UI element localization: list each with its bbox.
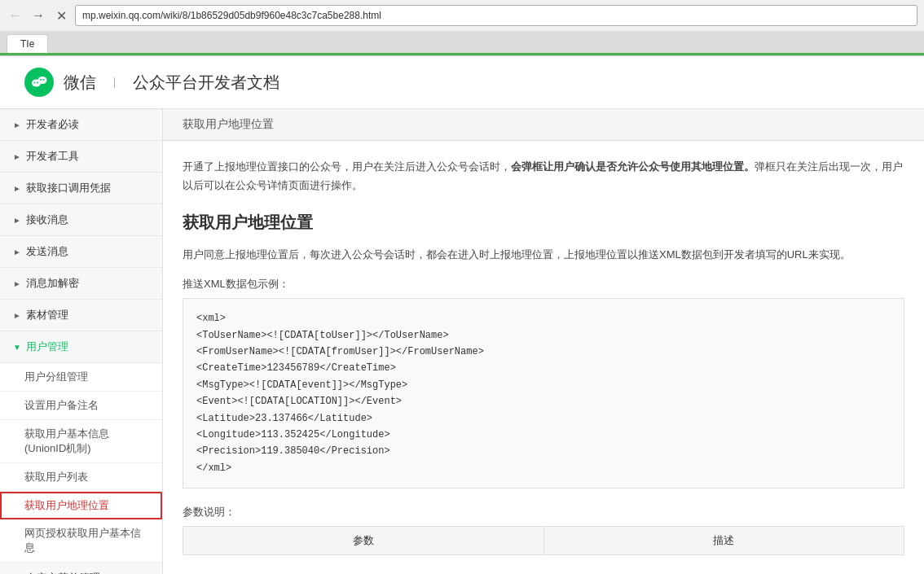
sidebar-sub-user-group[interactable]: 用户分组管理 [0,363,162,392]
header-divider: ｜ [109,75,120,90]
sidebar-item-label: 消息加解密 [26,276,79,291]
sidebar-sub-user-info[interactable]: 获取用户基本信息(UnionID机制) [0,420,162,463]
code-line: <Precision>119.385040</Precision> [196,443,891,459]
sidebar-item-label: 自定义菜单管理 [26,571,100,574]
svg-point-3 [38,77,47,84]
content-header: 获取用户地理位置 [163,109,924,141]
sidebar-sub-user-oauth[interactable]: 网页授权获取用户基本信息 [0,519,162,563]
sidebar-sub-user-remark[interactable]: 设置用户备注名 [0,392,162,420]
sidebar-sub-user-location[interactable]: 获取用户地理位置 [0,492,162,519]
svg-point-1 [34,82,36,84]
arrow-icon: ► [13,216,21,225]
breadcrumb: 获取用户地理位置 [183,117,274,130]
sidebar-item-label: 发送消息 [26,244,68,259]
sidebar-item-custom-menu[interactable]: ► 自定义菜单管理 [0,563,162,574]
push-label: 推送XML数据包示例： [183,277,904,291]
address-bar[interactable] [75,5,917,26]
code-block: <xml> <ToUserName><![CDATA[toUser]]></To… [183,298,904,489]
content-area: 获取用户地理位置 开通了上报地理位置接口的公众号，用户在关注后进入公众号会话时，… [163,109,924,574]
sidebar-item-developer-read[interactable]: ► 开发者必读 [0,109,162,141]
sidebar-item-label: 开发者必读 [26,117,79,132]
wechat-logo [24,68,54,97]
browser-tab[interactable]: TIe [7,34,48,53]
sidebar-sub-menu: 用户分组管理 设置用户备注名 获取用户基本信息(UnionID机制) 获取用户列… [0,363,162,563]
sidebar-item-label: 开发者工具 [26,149,79,164]
svg-point-4 [40,79,42,81]
section-description: 用户同意上报地理位置后，每次进入公众号会话时，都会在进入时上报地理位置，上报地理… [183,245,904,264]
code-line: <CreateTime>123456789</CreateTime> [196,360,891,376]
green-line [0,53,924,55]
arrow-icon: ► [13,279,21,288]
sidebar-item-label: 接收消息 [26,213,68,227]
params-label: 参数说明： [183,505,904,519]
svg-point-2 [37,82,38,84]
code-line: </xml> [196,460,891,476]
back-button[interactable]: ← [7,7,24,24]
sidebar-item-label: 素材管理 [26,308,68,322]
arrow-icon: ► [13,120,21,129]
tab-bar: TIe [0,31,924,53]
sidebar-item-encrypt[interactable]: ► 消息加解密 [0,268,162,300]
sidebar-item-receive-msg[interactable]: ► 接收消息 [0,204,162,236]
sidebar-item-get-credential[interactable]: ► 获取接口调用凭据 [0,173,162,204]
arrow-icon: ► [13,152,21,161]
intro-paragraph: 开通了上报地理位置接口的公众号，用户在关注后进入公众号会话时，会弹框让用户确认是… [183,157,904,195]
arrow-icon: ► [13,248,21,256]
code-line: <FromUserName><![CDATA[fromUser]]></From… [196,344,891,360]
table-header-param: 参数 [183,527,544,555]
content-body: 开通了上报地理位置接口的公众号，用户在关注后进入公众号会话时，会弹框让用户确认是… [163,141,924,572]
code-line: <ToUserName><![CDATA[toUser]]></ToUserNa… [196,327,891,344]
sidebar: ► 开发者必读 ► 开发者工具 ► 获取接口调用凭据 ► 接收消息 ► 发送消息… [0,109,163,574]
forward-button[interactable]: → [29,7,47,24]
site-title: 微信 [64,72,96,94]
sidebar-item-developer-tools[interactable]: ► 开发者工具 [0,141,162,173]
sidebar-item-label: 用户管理 [26,340,68,354]
sidebar-item-materials[interactable]: ► 素材管理 [0,300,162,331]
sidebar-item-user-mgmt[interactable]: ▼ 用户管理 [0,331,162,363]
sidebar-item-send-msg[interactable]: ► 发送消息 [0,236,162,268]
main-container: ► 开发者必读 ► 开发者工具 ► 获取接口调用凭据 ► 接收消息 ► 发送消息… [0,109,924,574]
close-button[interactable]: ✕ [52,7,70,24]
arrow-icon: ► [13,311,21,320]
code-line: <Event><![CDATA[LOCATION]]></Event> [196,393,891,410]
svg-point-5 [43,79,45,81]
sidebar-item-label: 获取接口调用凭据 [26,181,111,195]
params-table: 参数 描述 [183,526,904,555]
page-header: 微信 ｜ 公众平台开发者文档 [0,56,924,109]
site-subtitle: 公众平台开发者文档 [133,72,279,94]
sidebar-sub-user-list[interactable]: 获取用户列表 [0,463,162,492]
arrow-icon: ▼ [13,343,21,352]
table-header-desc: 描述 [543,527,904,555]
code-line: <xml> [196,310,891,326]
code-line: <Longitude>113.352425</Longitude> [196,427,891,443]
code-line: <Latitude>23.137466</Latitude> [196,410,891,427]
section-title: 获取用户地理位置 [183,212,904,234]
toolbar: ← → ✕ [0,0,924,31]
arrow-icon: ► [13,184,21,193]
browser-chrome: ← → ✕ TIe [0,0,924,56]
code-line: <MsgType><![CDATA[event]]></MsgType> [196,377,891,393]
